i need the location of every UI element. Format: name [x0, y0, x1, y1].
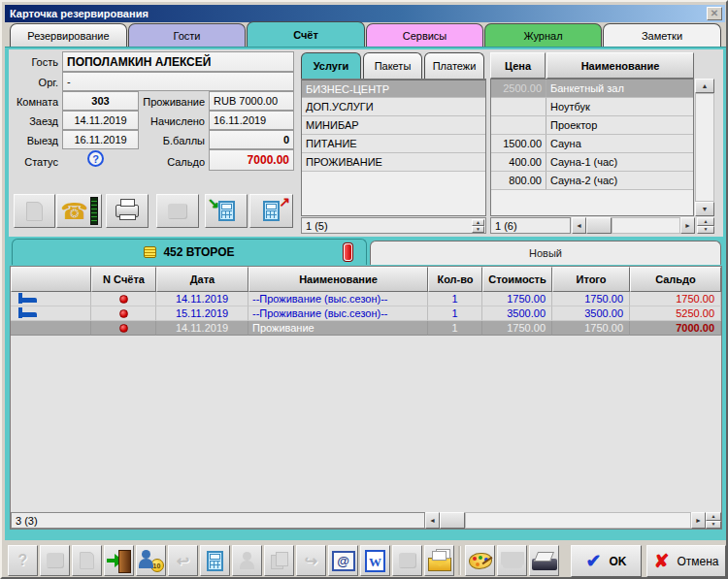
spinner-down-icon[interactable] — [472, 226, 484, 233]
hscroll-thumb[interactable] — [440, 512, 465, 529]
hscroll-right-icon[interactable] — [680, 217, 695, 234]
services-status-bar: 1 (5) — [301, 217, 486, 234]
price-spinner[interactable] — [697, 217, 714, 234]
col-header[interactable]: Итого — [552, 267, 630, 292]
title-bar[interactable]: Карточка резервирования ✕ — [5, 5, 725, 22]
spinner-down-icon[interactable] — [697, 226, 714, 235]
redo-icon: ↪ — [305, 552, 317, 570]
col-header[interactable]: N Счёта — [91, 267, 156, 292]
undo-icon: ↩ — [177, 552, 189, 570]
hscroll-left-icon[interactable] — [572, 217, 586, 234]
status-help-icon[interactable] — [87, 150, 104, 167]
export-charges-button[interactable] — [249, 194, 293, 228]
red-dot-icon — [119, 324, 128, 333]
tab-services[interactable]: Сервисы — [366, 23, 483, 47]
list-item[interactable]: ДОП.УСЛУГИ — [302, 98, 485, 116]
scan-button[interactable] — [529, 545, 559, 576]
spinner-down-icon[interactable] — [706, 521, 721, 530]
price-list: 2500.00Банкетный зал Ноутбук Проектор 15… — [490, 79, 694, 216]
tab-journal[interactable]: Журнал — [484, 23, 602, 47]
subtab-services[interactable]: Услуги — [301, 52, 361, 79]
table-row[interactable]: 15.11.2019 --Проживание (выс.сезон)-- 1 … — [11, 306, 721, 321]
date-cell: 15.11.2019 — [156, 306, 248, 321]
hscroll-track[interactable] — [612, 217, 680, 234]
col-header[interactable]: Стоимость — [482, 267, 552, 292]
disabled-person-button[interactable] — [232, 545, 262, 576]
print-button[interactable] — [106, 194, 149, 228]
table-row[interactable]: 1500.00Сауна — [491, 135, 693, 153]
scroll-up-icon[interactable] — [695, 79, 714, 93]
tab-account[interactable]: Счёт — [247, 21, 365, 47]
calculator-icon — [263, 201, 280, 221]
hscroll-right-icon[interactable] — [691, 512, 706, 529]
hscroll-track[interactable] — [465, 512, 691, 529]
table-row[interactable]: Ноутбук — [491, 98, 693, 116]
hscroll-thumb[interactable] — [586, 217, 612, 234]
colors-button[interactable] — [465, 545, 495, 576]
table-row[interactable]: 400.00Сауна-1 (час) — [491, 153, 693, 172]
subtab-packages[interactable]: Пакеты — [363, 52, 422, 79]
ok-button[interactable]: OK — [571, 545, 642, 577]
calculator-button[interactable] — [200, 545, 230, 576]
room-label: Комната — [8, 96, 58, 108]
spinner-up-icon[interactable] — [697, 217, 714, 226]
tab-guests[interactable]: Гости — [128, 23, 246, 47]
tab-reservation[interactable]: Резервирование — [10, 23, 127, 47]
table-row[interactable]: Проектор — [491, 116, 693, 135]
table-row[interactable]: 14.11.2019 --Проживание (выс.сезон)-- 1 … — [11, 292, 721, 306]
list-item[interactable]: ПРОЖИВАНИЕ — [302, 153, 485, 172]
price-status-bar: 1 (6) — [490, 217, 571, 234]
disabled-copy-button[interactable] — [264, 545, 294, 576]
disabled-button[interactable] — [40, 545, 70, 576]
tab-notes[interactable]: Заметки — [603, 23, 721, 47]
close-button[interactable]: ✕ — [707, 7, 722, 20]
table-row[interactable]: 800.00Сауна-2 (час) — [491, 172, 693, 190]
price-vscrollbar[interactable] — [695, 79, 714, 216]
help-button[interactable]: ? — [8, 545, 38, 576]
price-cell: 800.00 — [491, 172, 546, 189]
account-tab-452[interactable]: 452 ВТОРОЕ — [12, 239, 367, 265]
redo-button[interactable]: ↪ — [296, 545, 326, 576]
import-charges-button[interactable] — [205, 194, 248, 228]
cancel-button[interactable]: Отмена — [646, 545, 726, 577]
new-document-button[interactable] — [14, 194, 55, 228]
guest-points-button[interactable] — [136, 545, 166, 576]
col-header[interactable]: Наименование — [248, 267, 428, 292]
hscroll-left-icon[interactable] — [425, 512, 440, 529]
col-header[interactable]: Дата — [156, 267, 248, 292]
subtab-payments[interactable]: Платежи — [424, 52, 484, 79]
check-in-button[interactable] — [104, 545, 134, 576]
services-list: БИЗНЕС-ЦЕНТР ДОП.УСЛУГИ МИНИБАР ПИТАНИЕ … — [301, 79, 486, 216]
col-header[interactable]: Сальдо — [630, 267, 721, 292]
services-spinner[interactable] — [472, 219, 484, 233]
col-header[interactable]: Кол-во — [428, 267, 482, 292]
col-header[interactable] — [11, 267, 91, 292]
table-row-selected[interactable]: 14.11.2019 Проживание 1 1750.00 1750.00 … — [11, 321, 721, 336]
scroll-down-icon[interactable] — [695, 202, 714, 216]
phone-button[interactable] — [56, 194, 102, 228]
scroll-track[interactable] — [695, 93, 714, 202]
mail-button[interactable] — [424, 545, 454, 576]
word-export-button[interactable] — [360, 545, 390, 576]
disabled-shirt-button[interactable] — [497, 545, 527, 576]
list-item[interactable]: ПИТАНИЕ — [302, 135, 485, 153]
tab-label: Счёт — [293, 29, 318, 41]
disabled-export-button[interactable] — [392, 545, 422, 576]
spinner-up-icon[interactable] — [706, 512, 721, 521]
name-col-header[interactable]: Наименование — [546, 52, 694, 79]
spinner-up-icon[interactable] — [472, 219, 484, 226]
grid-status-bar: 3 (3) — [11, 512, 721, 529]
disabled-button[interactable] — [156, 194, 199, 228]
bed-icon — [18, 293, 38, 305]
account-tab-new[interactable]: Новый — [370, 241, 721, 265]
email-button[interactable] — [328, 545, 358, 576]
table-row[interactable]: 2500.00Банкетный зал — [491, 80, 693, 98]
question-icon: ? — [18, 552, 28, 569]
undo-button[interactable]: ↩ — [168, 545, 198, 576]
list-item[interactable]: МИНИБАР — [302, 116, 485, 135]
disabled-document-button[interactable] — [72, 545, 102, 576]
list-item[interactable]: БИЗНЕС-ЦЕНТР — [302, 80, 485, 98]
grid-spinner[interactable] — [706, 512, 721, 529]
cross-icon — [654, 552, 670, 570]
price-col-header[interactable]: Цена — [490, 52, 546, 79]
